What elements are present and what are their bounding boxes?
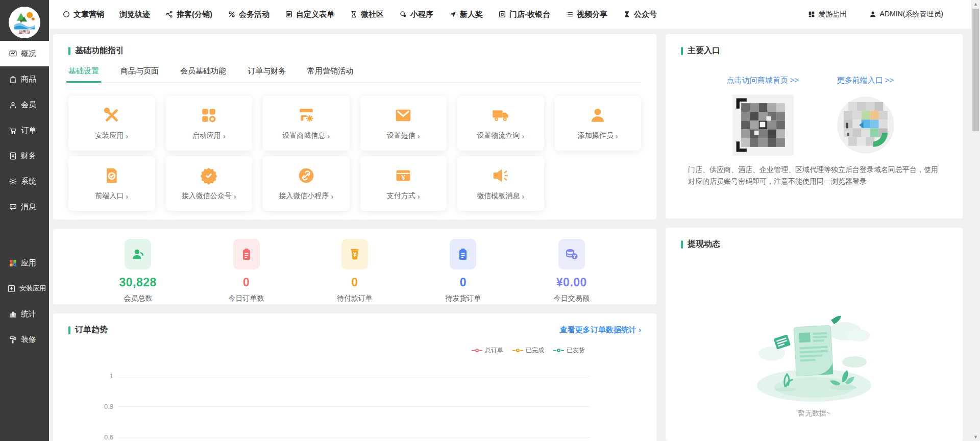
scrollbar-thumb[interactable]	[972, 9, 979, 131]
sidebar-item-label: 装修	[21, 335, 36, 345]
nav-item-store-pos[interactable]: 门店-收银台	[498, 10, 550, 19]
nav-item-label: 浏览轨迹	[119, 10, 150, 19]
sidebar-item-members[interactable]: 会员	[0, 92, 49, 117]
sidebar-item-statistics[interactable]: 统计	[0, 301, 49, 327]
more-order-stats-link[interactable]: 查看更多订单数据统计 ›	[560, 325, 641, 335]
tab-member-basics[interactable]: 会员基础功能	[180, 66, 226, 82]
sidebar-item-orders[interactable]: 订单	[0, 117, 49, 143]
sidebar-item-label: 概况	[21, 49, 36, 59]
nav-item-article-marketing[interactable]: 文章营销	[62, 10, 104, 19]
chevron-right-icon: ›	[418, 192, 420, 201]
mail-icon	[394, 106, 412, 125]
tab-marketing[interactable]: 常用营销活动	[307, 66, 353, 82]
chevron-right-icon: ›	[223, 132, 226, 140]
goods-icon	[9, 75, 17, 84]
legend-completed[interactable]: 已完成	[512, 346, 544, 355]
nav-item-label: 视频分享	[577, 10, 607, 19]
sidebar-item-finance[interactable]: 财务	[0, 143, 49, 168]
nav-item-custom-form[interactable]: 自定义表单	[285, 10, 334, 19]
nav-item-community[interactable]: 微社区	[350, 10, 384, 19]
sidebar-item-decorate[interactable]: 装修	[0, 327, 49, 352]
sidebar-item-label: 应用	[21, 258, 36, 268]
chat-bubbles-icon	[399, 10, 407, 18]
sidebar-item-goods[interactable]: 商品	[0, 66, 49, 92]
guide-card-label: 接入微信小程序	[279, 191, 329, 201]
sidebar-item-messages[interactable]: 消息	[0, 194, 49, 219]
tab-basic-settings[interactable]: 基础设置	[68, 66, 99, 82]
nav-item-video-share[interactable]: 视频分享	[566, 10, 607, 19]
gridline	[117, 406, 590, 407]
stat-label: 待付款订单	[337, 294, 373, 303]
guide-card-label: 前端入口	[95, 191, 124, 201]
guide-card-logistics[interactable]: 设置物流查询›	[457, 96, 544, 151]
tab-goods-pages[interactable]: 商品与页面	[120, 66, 159, 82]
scroll-down-icon[interactable]: ▼	[971, 433, 980, 441]
guide-card: 基础功能指引 基础设置 商品与页面 会员基础功能 订单与财务 常用营销活动 安装…	[53, 34, 656, 219]
guide-card-label: 设置短信	[387, 131, 415, 140]
legend-label: 总订单	[485, 346, 503, 355]
guide-card-template-message[interactable]: 微信模板消息›	[457, 156, 544, 211]
guide-card-header: 基础功能指引	[68, 45, 641, 56]
brand-logo[interactable]: 盐田游	[0, 0, 49, 41]
link-circle-icon	[297, 166, 315, 185]
nav-item-mini-program[interactable]: 小程序	[399, 10, 433, 19]
guide-card-sms[interactable]: 设置短信›	[360, 96, 447, 151]
nav-item-distribution[interactable]: 推客(分销)	[165, 10, 212, 19]
legend-label: 已完成	[526, 346, 544, 355]
nav-item-newcomer-award[interactable]: 新人奖	[449, 10, 483, 19]
mall-switcher[interactable]: 爱游盐田	[807, 10, 847, 19]
stat-label: 待发货订单	[445, 294, 481, 303]
sidebar-item-apps[interactable]: 应用	[0, 250, 49, 276]
circle-icon	[62, 10, 70, 18]
stat-label: 今日订单数	[229, 294, 264, 303]
sidebar-item-system[interactable]: 系统	[0, 168, 49, 194]
form-icon	[285, 10, 293, 18]
nav-item-official-account[interactable]: 公众号	[623, 10, 657, 19]
nav-item-conference[interactable]: 会务活动	[228, 10, 270, 19]
guide-card-install-app[interactable]: 安装应用›	[68, 96, 155, 151]
chevron-right-icon: ›	[126, 192, 128, 201]
vertical-scrollbar[interactable]: ▲ ▼	[971, 0, 980, 441]
sidebar-item-overview[interactable]: 概况	[0, 41, 49, 66]
message-icon	[9, 203, 17, 211]
guide-card-mall-info[interactable]: 设置商城信息›	[263, 96, 350, 151]
guide-card-wechat-miniprogram[interactable]: 接入微信小程序›	[263, 156, 350, 211]
sidebar-item-label: 商品	[21, 75, 36, 84]
sidebar-item-label: 统计	[21, 309, 36, 319]
storefront-icon	[297, 106, 315, 125]
guide-card-frontend-entry[interactable]: 前端入口›	[68, 156, 155, 211]
scroll-up-icon[interactable]: ▲	[971, 0, 980, 8]
sidebar-item-install-apps[interactable]: 安装应用	[0, 276, 49, 301]
sidebar-item-label: 安装应用	[19, 284, 46, 293]
share-icon	[165, 10, 174, 18]
tab-orders-finance[interactable]: 订单与财务	[248, 66, 286, 82]
guide-card-wechat-official[interactable]: 接入微信公众号›	[166, 156, 253, 211]
guide-card-add-operator[interactable]: 添加操作员›	[555, 96, 642, 151]
stat-unpaid-orders: 0 待付款订单	[301, 239, 409, 304]
user-name: ADMIN(系统管理员)	[880, 10, 943, 19]
paper-plane-icon	[449, 10, 457, 18]
legend-shipped[interactable]: 已发货	[553, 346, 585, 355]
nav-item-label: 会务活动	[239, 10, 270, 19]
visit-mall-home-link[interactable]: 点击访问商城首页 >>	[712, 76, 814, 85]
nav-item-label: 新人奖	[460, 10, 483, 19]
guide-card-title: 基础功能指引	[75, 45, 124, 56]
empty-state-text: 暂无数据~	[798, 409, 830, 418]
chevron-right-icon: ›	[522, 132, 524, 140]
overview-icon	[9, 50, 17, 58]
legend-total-orders[interactable]: 总订单	[472, 346, 503, 355]
nav-item-browse-track[interactable]: 浏览轨迹	[119, 10, 150, 19]
guide-card-label: 添加操作员	[578, 131, 614, 140]
apps-icon	[9, 259, 17, 267]
title-accent-bar	[68, 47, 70, 55]
guide-card-payment[interactable]: 支付方式›	[360, 156, 447, 211]
paint-roller-icon	[9, 335, 17, 344]
guide-card-launch-app[interactable]: 启动应用›	[166, 96, 253, 151]
stat-label: 会员总数	[124, 294, 152, 303]
main-entry-header: 主要入口	[681, 45, 947, 56]
pos-terminal-icon	[498, 10, 506, 18]
more-frontend-entries-link[interactable]: 更多前端入口 >>	[814, 76, 917, 85]
coins-icon	[565, 247, 579, 261]
user-menu[interactable]: ADMIN(系统管理员)	[869, 10, 943, 19]
nav-item-label: 自定义表单	[296, 10, 334, 19]
